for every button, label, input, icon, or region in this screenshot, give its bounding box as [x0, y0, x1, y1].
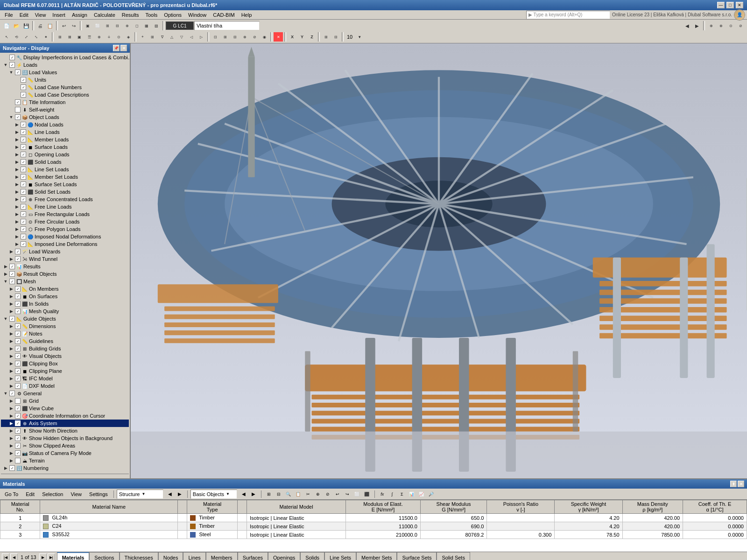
page-next-btn[interactable]: ▶: [39, 553, 47, 560]
tab-solids[interactable]: Solids: [300, 552, 324, 560]
tb2-rot-x[interactable]: X: [288, 32, 297, 42]
expand-free-line[interactable]: ▶: [14, 204, 20, 210]
tab-surface-sets[interactable]: Surface Sets: [397, 552, 437, 560]
tab-materials[interactable]: Materials: [57, 552, 90, 560]
tb2-b[interactable]: ⟲: [12, 32, 21, 42]
tb2-i[interactable]: ☰: [85, 32, 94, 42]
menu-assign[interactable]: Assign: [69, 11, 90, 19]
nav-close-btn[interactable]: ✕: [120, 45, 127, 51]
color-selector[interactable]: G LC1: [166, 21, 194, 30]
bp-tool-6[interactable]: ⊕: [313, 490, 323, 499]
tb2-n[interactable]: ⌖: [138, 32, 147, 42]
page-prev-btn[interactable]: ◀: [10, 553, 18, 560]
cb-lineset-loads[interactable]: [21, 167, 26, 172]
cb-general[interactable]: [9, 391, 15, 396]
tree-item-guide-objects[interactable]: ▼ 📐 Guide Objects: [1, 315, 129, 322]
tb2-e[interactable]: ✦: [41, 32, 50, 42]
tab-solid-sets[interactable]: Solid Sets: [437, 552, 470, 560]
cb-free-line[interactable]: [21, 204, 26, 210]
tree-item-lineset-loads[interactable]: ▶ 📐 Line Set Loads: [1, 166, 129, 173]
tree-item-notes[interactable]: ▶ 📝 Notes: [1, 330, 129, 337]
tree-item-mesh-quality[interactable]: ▶ 📊 Mesh Quality: [1, 308, 129, 315]
tb-btn-e[interactable]: ⊕: [122, 21, 132, 30]
tab-lines[interactable]: Lines: [183, 552, 205, 560]
bp-tool-10[interactable]: ⬜: [352, 490, 362, 499]
cb-units[interactable]: [21, 77, 26, 83]
expand-self-weight[interactable]: [8, 107, 14, 112]
tree-item-solid-loads[interactable]: ▶ ⬛ Solid Loads: [1, 158, 129, 166]
cb-guide-objects[interactable]: [9, 316, 15, 322]
expand-load-wizards[interactable]: ▶: [8, 249, 14, 254]
new-btn[interactable]: 📄: [2, 21, 11, 30]
cb-mesh-quality[interactable]: [15, 308, 21, 314]
tb2-u[interactable]: ⊡: [211, 32, 220, 42]
tree-item-grid[interactable]: ▶ ⊞ Grid: [1, 397, 129, 405]
cb-coord-info[interactable]: [15, 413, 21, 419]
tb2-zoom-drop[interactable]: ▼: [355, 32, 364, 42]
table-row[interactable]: 1 GL24h Timber Isotropic | Linear Elasti…: [0, 514, 747, 522]
tb-btn-d[interactable]: ⊟: [113, 21, 122, 30]
tree-item-guidelines[interactable]: ▶ 📏 Guidelines: [1, 337, 129, 345]
bp-prev-btn[interactable]: ◀: [165, 490, 175, 499]
menu-view[interactable]: View: [32, 11, 49, 19]
tree-item-solidset-loads[interactable]: ▶ ⬛ Solid Set Loads: [1, 188, 129, 196]
tree-item-camera-fly[interactable]: ▶ 📷 Status of Camera Fly Mode: [1, 449, 129, 457]
tb-x1[interactable]: ⊕: [706, 21, 716, 30]
tree-item-in-solids[interactable]: ▶ ⬛ In Solids: [1, 300, 129, 308]
cb-show-north[interactable]: [15, 428, 21, 434]
cb-numbering[interactable]: [9, 465, 15, 471]
tree-item-imposed-line[interactable]: ▶ 📐 Imposed Line Deformations: [1, 240, 129, 248]
expand-display-imp[interactable]: [3, 55, 8, 60]
tb2-rot-y[interactable]: Y: [297, 32, 307, 42]
cb-opening-loads[interactable]: [21, 152, 26, 157]
expand-lineset-loads[interactable]: ▶: [14, 167, 20, 172]
cb-dxf-model[interactable]: [15, 383, 21, 389]
bp-tool-9[interactable]: ↪: [343, 490, 352, 499]
menu-help[interactable]: Help: [239, 11, 255, 19]
menu-insert[interactable]: Insert: [49, 11, 68, 19]
nav-pin-btn[interactable]: 📌: [113, 45, 120, 51]
close-button[interactable]: ✕: [736, 2, 743, 8]
tab-nodes[interactable]: Nodes: [158, 552, 183, 560]
bp-fx-2[interactable]: ∫: [388, 490, 397, 499]
tree-item-member-loads[interactable]: ▶ 📐 Member Loads: [1, 136, 129, 143]
menu-edit[interactable]: Edit: [17, 11, 31, 19]
expand-solid-loads[interactable]: ▶: [14, 159, 20, 165]
cb-free-rect[interactable]: [21, 211, 26, 217]
cb-nodal-loads[interactable]: [21, 122, 26, 127]
bp-next-btn[interactable]: ▶: [175, 490, 184, 499]
bp-structure-dropdown[interactable]: Structure ▼: [117, 490, 163, 499]
expand-imposed-line[interactable]: ▶: [14, 241, 20, 247]
tree-item-visual-objects[interactable]: ▶ 👁 Visual Objects: [1, 352, 129, 360]
expand-surfaceset-loads[interactable]: ▶: [14, 182, 20, 187]
tree-item-on-surfaces[interactable]: ▶ ◼ On Surfaces: [1, 293, 129, 300]
tree-item-result-objects[interactable]: ▶ 📦 Result Objects: [1, 270, 129, 278]
cb-guidelines[interactable]: [15, 338, 21, 344]
expand-free-circ[interactable]: ▶: [14, 219, 20, 224]
bp-filter-next[interactable]: ▶: [249, 490, 258, 499]
tree-item-on-members[interactable]: ▶ 📐 On Members: [1, 285, 129, 293]
tree-item-free-circ[interactable]: ▶ ⊙ Free Circular Loads: [1, 218, 129, 225]
tree-item-show-hidden[interactable]: ▶ 👁 Show Hidden Objects in Background: [1, 434, 129, 442]
table-row[interactable]: 3 S355J2 Steel Isotropic | Linear Elasti…: [0, 531, 747, 539]
search-input[interactable]: ▶ Type a keyword (Alt+Q): [526, 11, 610, 19]
tree-item-wind-tunnel[interactable]: ▶ 🌬 Wind Tunnel: [1, 255, 129, 263]
tb-btn-f[interactable]: ◻: [132, 21, 141, 30]
cb-surface-loads[interactable]: [21, 144, 26, 150]
tree-item-surface-loads[interactable]: ▶ ◼ Surface Loads: [1, 143, 129, 151]
tree-item-load-values[interactable]: ▼ 🔢 Load Values: [1, 69, 129, 76]
tb2-p[interactable]: ∇: [157, 32, 167, 42]
tb2-r[interactable]: ▽: [177, 32, 186, 42]
cb-results[interactable]: [9, 264, 15, 269]
tb-x2[interactable]: ⊗: [716, 21, 726, 30]
cb-free-circ[interactable]: [21, 219, 26, 224]
tree-item-title-info[interactable]: 📋 Title Information: [1, 98, 129, 106]
expand-result-objects[interactable]: ▶: [3, 271, 8, 277]
redo-btn[interactable]: ↪: [69, 21, 78, 30]
tb2-a[interactable]: ↖: [2, 32, 11, 42]
expand-opening-loads[interactable]: ▶: [14, 152, 20, 157]
tree-item-display-imperfections[interactable]: 🔧 Display Imperfections in Load Cases & …: [1, 54, 129, 61]
tb-btn-h[interactable]: ▧: [152, 21, 161, 30]
tb2-s[interactable]: ◁: [187, 32, 196, 42]
tb2-y[interactable]: ⊘: [250, 32, 259, 42]
